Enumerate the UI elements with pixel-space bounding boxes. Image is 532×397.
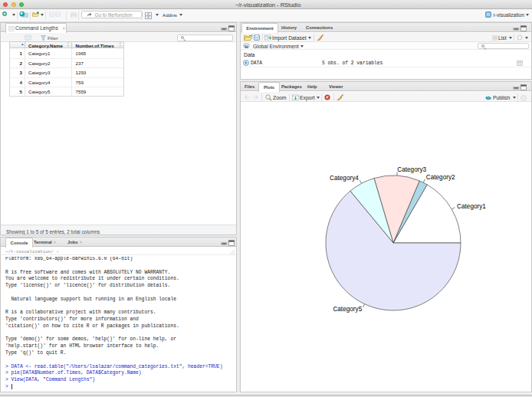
- svg-text:Category4: Category4: [330, 175, 359, 182]
- svg-text:Category5: Category5: [333, 306, 362, 313]
- svg-text:R: R: [245, 44, 248, 49]
- svg-text:R: R: [487, 11, 491, 17]
- svg-text:Category1: Category1: [457, 203, 486, 210]
- svg-text:Category2: Category2: [426, 174, 455, 181]
- svg-text:Category3: Category3: [397, 166, 426, 173]
